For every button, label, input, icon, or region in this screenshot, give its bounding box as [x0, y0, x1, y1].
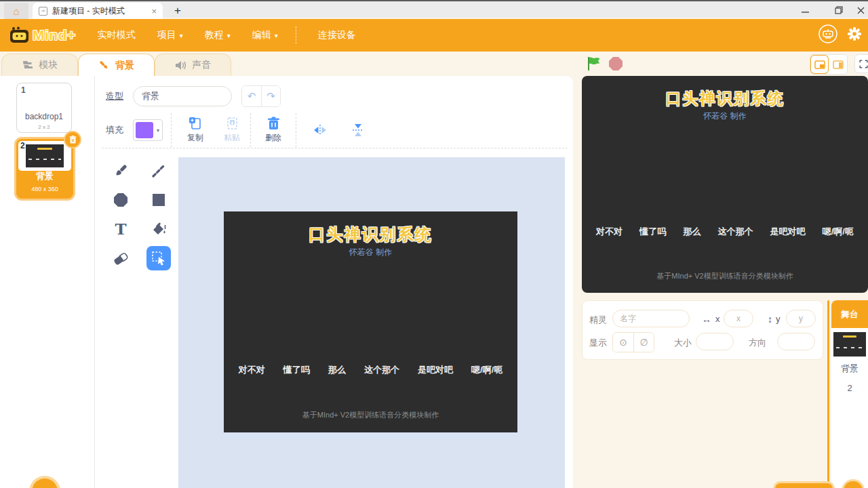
large-stage-button[interactable] — [829, 55, 847, 74]
account-button[interactable] — [818, 24, 838, 47]
eraser-icon — [112, 250, 130, 266]
live-mode-label: 实时模式 — [98, 29, 136, 41]
fullscreen-button[interactable] — [854, 54, 868, 73]
sprite-label: 精灵 — [589, 314, 607, 326]
menu-item-connect-device[interactable]: 连接设备 — [318, 29, 356, 41]
rectangle-tool[interactable] — [146, 188, 171, 212]
backdrop-thumbnail — [26, 144, 64, 167]
brush-tool[interactable] — [108, 159, 133, 183]
eye-hidden-icon: ∅ — [639, 337, 648, 348]
stage-column[interactable]: 舞台 背景 2 — [831, 300, 868, 488]
sprite-size-input[interactable] — [696, 333, 734, 350]
backdrop-item-1[interactable]: 1 backdrop1 2 x 2 — [16, 83, 72, 133]
sprite-x-input[interactable] — [724, 310, 753, 327]
small-stage-button[interactable] — [810, 55, 829, 74]
circle-tool[interactable] — [108, 188, 133, 212]
y-label: y — [776, 314, 781, 324]
menu-item-edit[interactable]: 编辑 ▾ — [252, 29, 278, 41]
stage-backdrop-count: 2 — [831, 383, 868, 393]
settings-button[interactable] — [848, 27, 861, 43]
menu-item-live-mode[interactable]: 实时模式 — [98, 29, 136, 41]
paste-button[interactable]: 粘贴 — [214, 117, 250, 144]
paint-canvas[interactable]: 口头禅识别系统 怀若谷 制作 对不对 懂了吗 那么 这个那个 是吧对吧 嗯/啊/… — [178, 157, 565, 488]
phrase: 嗯/啊/呃 — [823, 226, 854, 238]
backdrop-list-panel: 1 backdrop1 2 x 2 2 背景 480 x 360 — [0, 76, 95, 488]
stage-artwork-subtitle: 怀若谷 制作 — [582, 110, 868, 122]
phrase: 那么 — [328, 364, 346, 376]
backdrop-artwork: 口头禅识别系统 怀若谷 制作 对不对 懂了吗 那么 这个那个 是吧对吧 嗯/啊/… — [224, 211, 517, 432]
fill-color-picker[interactable]: ▾ — [133, 119, 163, 141]
copy-button[interactable]: 复制 — [177, 117, 214, 144]
line-tool[interactable] — [146, 159, 171, 183]
paint-toolbar: 填充 ▾ 复制 粘贴 — [106, 111, 372, 149]
sprite-direction-input[interactable] — [777, 333, 815, 350]
hide-sprite-button[interactable]: ∅ — [633, 333, 654, 352]
sprite-name-input[interactable] — [612, 310, 690, 327]
paintbrush-icon — [98, 60, 110, 71]
circle-icon — [113, 192, 129, 208]
undo-icon: ↶ — [248, 90, 256, 102]
backdrop-item-2-selected[interactable]: 2 背景 480 x 360 — [16, 139, 73, 199]
green-flag-button[interactable] — [586, 56, 602, 72]
project-tab-title: 新建项目 - 实时模式 — [52, 5, 125, 17]
undo-button[interactable]: ↶ — [242, 86, 261, 106]
artwork-caption: 基于MInd+ V2模型训练语音分类模块制作 — [224, 410, 517, 420]
phrase: 是吧对吧 — [418, 364, 453, 376]
phrase: 懂了吗 — [639, 226, 666, 238]
visibility-toggle: ⊙ ∅ — [612, 332, 654, 352]
home-button[interactable]: ⌂ — [4, 3, 28, 19]
phrase: 懂了吗 — [283, 364, 310, 376]
minimize-button[interactable] — [795, 1, 815, 19]
tab-sound[interactable]: 声音 — [155, 54, 231, 76]
costume-name-input[interactable] — [133, 86, 232, 106]
phrase: 是吧对吧 — [770, 226, 806, 238]
stage-backdrop-thumbnail[interactable] — [833, 332, 866, 357]
home-icon: ⌂ — [13, 5, 19, 17]
project-tab[interactable]: </> 新建项目 - 实时模式 × — [33, 3, 163, 19]
backdrop-index: 2 — [20, 141, 25, 150]
add-backdrop-button[interactable] — [32, 479, 58, 488]
tab-backdrop[interactable]: 背景 — [78, 54, 155, 77]
small-stage-icon — [814, 60, 825, 69]
backdrop-size: 2 x 2 — [17, 124, 71, 130]
stop-button[interactable] — [608, 56, 624, 72]
fill-tool[interactable] — [146, 217, 171, 241]
tab-blocks[interactable]: 模块 — [1, 54, 78, 76]
add-sprite-button[interactable] — [775, 483, 833, 488]
stage-artwork-caption: 基于MInd+ V2模型训练语音分类模块制作 — [582, 271, 868, 281]
undo-redo-group: ↶ ↷ — [241, 85, 281, 107]
phrase: 那么 — [683, 226, 701, 238]
stage-column-header[interactable]: 舞台 — [831, 300, 868, 328]
restore-button[interactable] — [829, 1, 849, 19]
editor-tab-bar: 模块 背景 声音 — [1, 54, 231, 77]
mindplus-logo[interactable]: Mind+ — [9, 26, 76, 44]
new-tab-button[interactable]: + — [170, 3, 186, 19]
flip-vertical-button[interactable] — [344, 123, 372, 137]
window-title-bar: ⌂ </> 新建项目 - 实时模式 × + — [0, 0, 868, 18]
robot-account-icon — [818, 24, 838, 44]
restore-icon — [835, 6, 843, 14]
stop-octagon-icon — [608, 56, 624, 72]
plus-icon: + — [174, 4, 181, 18]
backdrop-size: 480 x 360 — [16, 186, 73, 192]
redo-button[interactable]: ↷ — [261, 86, 280, 106]
paste-icon — [225, 117, 239, 130]
menu-item-tutorial[interactable]: 教程 ▾ — [205, 29, 231, 41]
trash-icon — [69, 136, 77, 144]
text-tool[interactable]: T — [108, 217, 133, 241]
delete-backdrop-button[interactable] — [64, 131, 81, 148]
flip-horizontal-button[interactable] — [306, 124, 334, 136]
menu-bar-right — [818, 24, 861, 47]
line-icon — [151, 163, 167, 179]
stage-viewport[interactable]: 口头禅识别系统 怀若谷 制作 对不对 懂了吗 那么 这个那个 是吧对吧 嗯/啊/… — [582, 76, 868, 293]
tab-close-icon[interactable]: × — [151, 7, 157, 16]
eraser-tool[interactable] — [108, 246, 133, 270]
close-button[interactable] — [850, 1, 868, 19]
sprite-y-input[interactable] — [786, 310, 816, 327]
fill-color-swatch — [136, 122, 153, 138]
select-tool-selected[interactable] — [146, 246, 171, 270]
show-sprite-button[interactable]: ⊙ — [613, 333, 633, 352]
menu-item-project[interactable]: 项目 ▾ — [157, 29, 183, 41]
speaker-icon — [175, 60, 186, 70]
delete-button[interactable]: 删除 — [255, 117, 292, 144]
